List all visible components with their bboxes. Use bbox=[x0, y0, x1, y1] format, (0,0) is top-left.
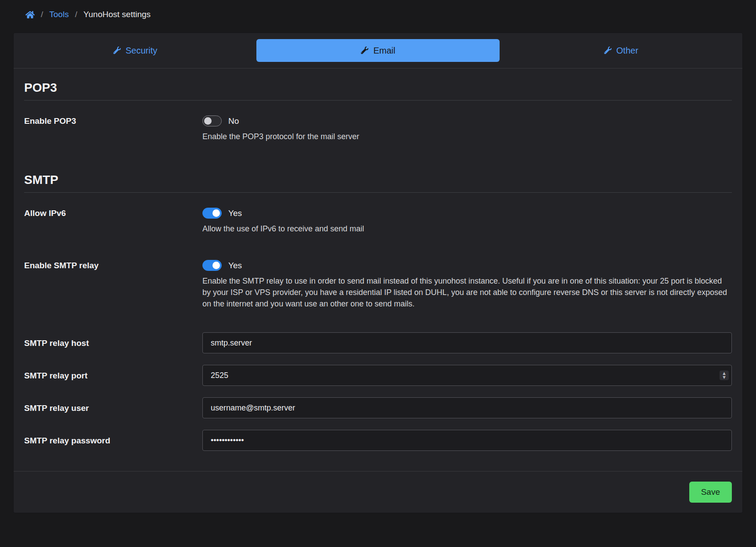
field-smtp-relay-host: SMTP relay host bbox=[14, 332, 742, 353]
tab-email[interactable]: Email bbox=[256, 39, 499, 62]
settings-card: Security Email Other POP3 Enable POP3 No… bbox=[13, 32, 743, 513]
field-control: ▲ ▼ bbox=[202, 365, 732, 386]
smtp-relay-port-input[interactable] bbox=[202, 365, 732, 386]
tab-other-label: Other bbox=[616, 46, 638, 56]
section-title-smtp: SMTP bbox=[24, 173, 732, 193]
tab-security[interactable]: Security bbox=[14, 39, 256, 62]
field-label: SMTP relay port bbox=[24, 370, 202, 381]
field-label: Enable SMTP relay bbox=[24, 260, 202, 270]
field-control bbox=[202, 397, 732, 418]
field-help: Allow the use of IPv6 to receive and sen… bbox=[202, 223, 732, 234]
smtp-relay-host-input[interactable] bbox=[202, 332, 732, 353]
field-help: Enable the SMTP relay to use in order to… bbox=[202, 275, 732, 309]
field-control bbox=[202, 332, 732, 353]
home-icon bbox=[25, 10, 35, 19]
field-smtp-relay-password: SMTP relay password bbox=[14, 430, 742, 451]
save-button[interactable]: Save bbox=[689, 482, 732, 503]
field-label: SMTP relay password bbox=[24, 435, 202, 446]
field-label: Allow IPv6 bbox=[24, 208, 202, 218]
field-allow-ipv6: Allow IPv6 Yes Allow the use of IPv6 to … bbox=[14, 208, 742, 234]
toggle-state-text: No bbox=[228, 116, 239, 126]
field-smtp-relay-user: SMTP relay user bbox=[14, 397, 742, 418]
wrench-icon bbox=[360, 47, 368, 54]
smtp-relay-user-input[interactable] bbox=[202, 397, 732, 418]
number-spinner: ▲ ▼ bbox=[720, 371, 729, 380]
breadcrumb-tools-link[interactable]: Tools bbox=[49, 10, 68, 19]
field-control: Yes Allow the use of IPv6 to receive and… bbox=[202, 208, 732, 234]
field-control: Yes Enable the SMTP relay to use in orde… bbox=[202, 260, 732, 309]
field-enable-smtp-relay: Enable SMTP relay Yes Enable the SMTP re… bbox=[14, 260, 742, 309]
breadcrumb-separator: / bbox=[41, 10, 43, 19]
tab-email-label: Email bbox=[373, 46, 395, 56]
spinner-down-button[interactable]: ▼ bbox=[722, 375, 727, 379]
enable-smtp-relay-toggle[interactable] bbox=[202, 260, 222, 271]
breadcrumb: / Tools / YunoHost settings bbox=[0, 0, 756, 30]
wrench-icon bbox=[113, 47, 121, 54]
tab-panel-email: POP3 Enable POP3 No Enable the POP3 prot… bbox=[14, 68, 742, 451]
card-footer: Save bbox=[14, 471, 742, 513]
enable-pop3-toggle[interactable] bbox=[202, 115, 222, 126]
allow-ipv6-toggle[interactable] bbox=[202, 208, 222, 219]
field-smtp-relay-port: SMTP relay port ▲ ▼ bbox=[14, 365, 742, 386]
section-title-pop3: POP3 bbox=[24, 81, 732, 101]
toggle-state-text: Yes bbox=[228, 261, 242, 270]
field-help: Enable the POP3 protocol for the mail se… bbox=[202, 131, 732, 142]
toggle-knob bbox=[212, 209, 220, 217]
tab-security-label: Security bbox=[126, 46, 157, 56]
field-control bbox=[202, 430, 732, 451]
home-link[interactable] bbox=[25, 10, 35, 19]
smtp-relay-password-input[interactable] bbox=[202, 430, 732, 451]
tab-bar: Security Email Other bbox=[14, 33, 742, 68]
toggle-knob bbox=[212, 262, 220, 269]
field-label: SMTP relay host bbox=[24, 338, 202, 348]
tab-other[interactable]: Other bbox=[500, 39, 742, 62]
field-label: Enable POP3 bbox=[24, 115, 202, 126]
field-control: No Enable the POP3 protocol for the mail… bbox=[202, 115, 732, 142]
breadcrumb-current-page: YunoHost settings bbox=[83, 10, 151, 19]
field-label: SMTP relay user bbox=[24, 403, 202, 413]
field-enable-pop3: Enable POP3 No Enable the POP3 protocol … bbox=[14, 115, 742, 142]
wrench-icon bbox=[604, 47, 612, 54]
breadcrumb-separator: / bbox=[75, 10, 77, 19]
toggle-knob bbox=[204, 117, 212, 125]
toggle-state-text: Yes bbox=[228, 209, 242, 218]
